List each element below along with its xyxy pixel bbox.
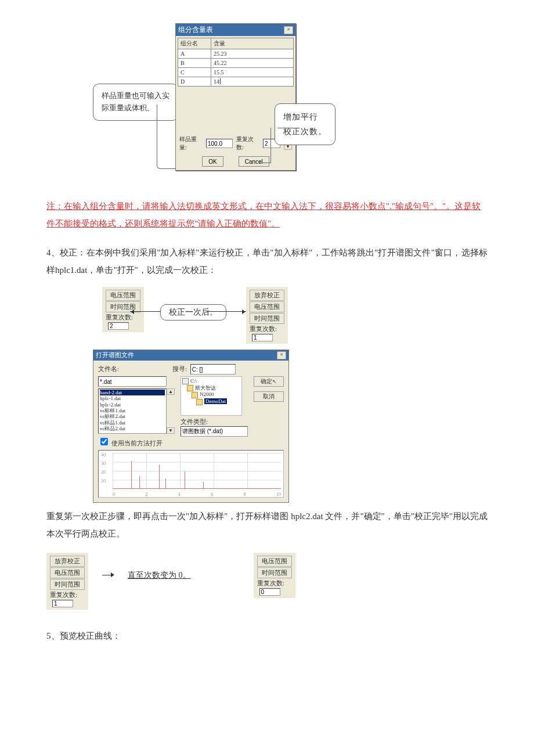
x-tick: 8: [244, 492, 246, 497]
time-range-button[interactable]: 时间范围: [257, 567, 292, 578]
x-tick: 10: [276, 492, 281, 497]
voltage-range-button[interactable]: 电压范围: [50, 567, 85, 578]
time-range-button[interactable]: 时间范围: [250, 313, 284, 324]
drive-icon: [182, 378, 189, 384]
paragraph-after-fig2: 重复第一次校正步骤，即再点击一次"加入标样"，打开标样谱图 hplc2.dat …: [46, 507, 488, 542]
table-row: A25.23: [178, 49, 294, 59]
repeat-count-label: 重复次数:: [106, 313, 139, 322]
panel-before-zero: 放弃校正 电压范围 时间范围 重复次数:: [46, 553, 88, 610]
callout-left-line1: 样品重量也可输入实: [102, 91, 169, 100]
x-tick: 6: [211, 492, 213, 497]
col-value[interactable]: 含量: [211, 38, 294, 49]
fig2-area: 电压范围 时间范围 重复次数: 校正一次后。 放弃校正 电压范围 时间范围 重复…: [93, 287, 441, 496]
dialog-title: 组分含量表: [178, 25, 213, 35]
table-row: B45.22: [178, 59, 294, 68]
callout-connector: [270, 128, 271, 163]
callout-right-line1: 增加平行: [283, 113, 318, 121]
list-item[interactable]: hplc-2.dat: [100, 402, 165, 408]
tree-root: C:\: [182, 378, 240, 385]
table-row: D14: [178, 77, 294, 87]
col-name[interactable]: 组分名: [178, 38, 211, 49]
list-item[interactable]: vc样品1.dat: [100, 420, 165, 426]
confirm-button[interactable]: 确定↖: [254, 376, 284, 387]
file-name-label: 文件名:: [98, 365, 119, 373]
file-name-input[interactable]: [98, 376, 167, 387]
x-tick: 4: [178, 492, 181, 497]
close-icon[interactable]: ×: [277, 351, 286, 359]
search-label: 搜寻:: [172, 365, 187, 373]
repeat-label: 重复次数:: [236, 135, 259, 152]
panel-before: 电压范围 时间范围 重复次数:: [102, 287, 144, 332]
y-tick: 10: [101, 477, 106, 485]
fig3-area: 放弃校正 电压范围 时间范围 重复次数: 直至次数变为 0。 电压范围 时间范围…: [46, 553, 488, 610]
scroll-down-icon[interactable]: ▼: [167, 427, 175, 434]
component-table: 组分名 含量 A25.23 B45.22 C15.5 D14: [178, 38, 294, 87]
drive-select[interactable]: [190, 364, 236, 375]
callout-right-line2: 校正次数。: [283, 127, 327, 136]
tree-node: N2000: [192, 391, 240, 398]
y-tick: 30: [101, 459, 106, 468]
until-zero-text: 直至次数变为 0。: [128, 570, 191, 581]
time-range-button[interactable]: 时间范围: [50, 579, 85, 590]
arrow-right-icon: [207, 311, 246, 312]
abort-calibrate-button[interactable]: 放弃校正: [250, 290, 284, 301]
callout-connector: [259, 163, 271, 163]
folder-icon: [192, 392, 198, 398]
callout-center-text: 校正一次后。: [169, 308, 218, 316]
abort-calibrate-button[interactable]: 放弃校正: [50, 556, 85, 567]
scroll-up-icon[interactable]: ▲: [167, 388, 175, 395]
list-item[interactable]: vc标样1.dat: [100, 408, 165, 413]
x-tick: 2: [145, 492, 147, 497]
repeat-count-input[interactable]: [259, 588, 280, 596]
list-item[interactable]: vc标样2.dat: [100, 413, 165, 419]
paragraph-4: 4、校正：在本例中我们采用"加入标样"来运行校正，单击"加入标样"，工作站将跳出…: [46, 244, 488, 279]
arrow-connector: [102, 575, 114, 575]
open-spectrum-dialog: 打开谱图文件 × 文件名: 搜寻: hand-2: [93, 350, 289, 503]
x-tick: 0: [113, 492, 115, 497]
file-type-label: 文件类型:: [181, 418, 248, 426]
list-item[interactable]: vc样品2.dat: [100, 426, 165, 431]
callout-left-line2: 际重量或体积。: [102, 103, 154, 112]
weight-label: 样品重量:: [179, 135, 203, 152]
close-icon[interactable]: ×: [284, 26, 293, 34]
table-row: C15.5: [178, 68, 294, 77]
callout-add-run: 增加平行 校正次数。: [275, 103, 335, 145]
list-item[interactable]: hand-2.dat: [100, 390, 165, 395]
file-list[interactable]: hand-2.dat hplc-1.dat hplc-2.dat vc标样1.d…: [98, 388, 167, 434]
weight-input[interactable]: [206, 139, 233, 148]
repeat-count-input[interactable]: [52, 600, 73, 607]
fig1-area: 样品重量也可输入实 际重量或体积。 组分含量表 × 组分名 含量: [93, 23, 441, 186]
voltage-range-button[interactable]: 电压范围: [257, 556, 292, 567]
list-item[interactable]: hplc-1.dat: [100, 395, 165, 401]
tree-node: 斯大智达: [187, 385, 240, 392]
tree-node: DemoDat: [196, 398, 240, 405]
file-type-select[interactable]: [181, 426, 248, 437]
paragraph-5: 5、预览校正曲线：: [46, 627, 488, 645]
spectrum-preview-chart: 40 30 20 10 0 2 4: [98, 450, 284, 498]
panel-after: 放弃校正 电压范围 时间范围 重复次数:: [246, 287, 288, 344]
voltage-range-button[interactable]: 电压范围: [250, 301, 284, 312]
note-warning-text: 注：在输入组分含量时，请将输入法切换成英文形式，在中文输入法下，很容易将小数点"…: [46, 197, 488, 232]
y-tick: 40: [101, 451, 106, 459]
folder-open-icon: [196, 399, 203, 405]
use-current-method-checkbox[interactable]: 使用当前方法打开: [98, 436, 175, 448]
voltage-range-button[interactable]: 电压范围: [106, 290, 140, 301]
repeat-count-input[interactable]: [108, 322, 129, 330]
panel-at-zero: 电压范围 时间范围 重复次数:: [254, 553, 295, 598]
callout-connector: [277, 128, 294, 128]
repeat-count-label: 重复次数:: [50, 591, 84, 599]
folder-icon: [187, 385, 193, 391]
component-content-dialog: 组分含量表 × 组分名 含量 A25.23 B45.22 C15.5 D14: [175, 23, 296, 171]
ok-button[interactable]: OK: [202, 156, 223, 167]
folder-tree[interactable]: C:\ 斯大智达 N2000 DemoDat: [181, 376, 242, 416]
arrow-left-icon: [130, 311, 161, 312]
cancel-button[interactable]: Cancel: [239, 156, 269, 167]
y-tick: 20: [101, 468, 106, 477]
checkbox-icon[interactable]: [100, 438, 108, 445]
repeat-count-label: 重复次数:: [250, 325, 283, 333]
repeat-count-input[interactable]: [252, 334, 273, 341]
repeat-count-label: 重复次数:: [257, 579, 291, 588]
cancel-button[interactable]: 取消: [254, 391, 284, 402]
callout-after-first-calib: 校正一次后。: [160, 304, 226, 321]
open-dialog-title: 打开谱图文件: [96, 351, 134, 359]
